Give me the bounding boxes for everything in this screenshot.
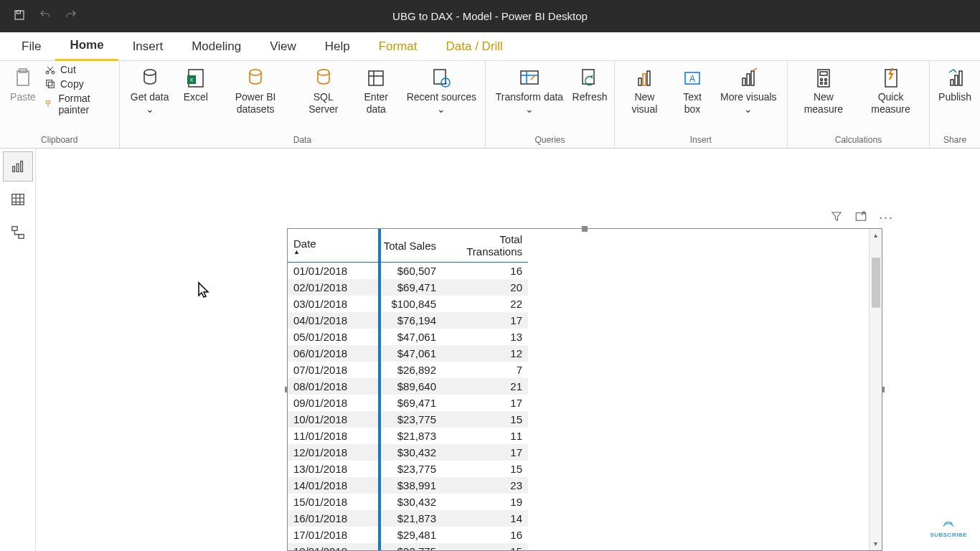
data-view-icon[interactable] [3,184,33,215]
table-row[interactable]: 10/01/2018$23,77515 [288,411,528,428]
menu-format[interactable]: Format [364,32,432,61]
table-row[interactable]: 11/01/2018$21,87311 [288,428,528,444]
table-row[interactable]: 08/01/2018$89,64021 [288,378,528,395]
filter-icon[interactable] [830,210,843,227]
sort-asc-icon: ▲ [293,250,368,254]
more-options-icon[interactable]: ··· [879,210,894,227]
transformdata-button[interactable]: Transform data ⌄ [491,64,567,118]
pbidatasets-button[interactable]: Power BI datasets [217,64,293,118]
table-row[interactable]: 12/01/2018$30,43217 [288,444,528,461]
menu-home[interactable]: Home [55,32,118,61]
svg-rect-24 [743,78,745,85]
svg-rect-35 [955,75,958,85]
svg-rect-17 [521,71,538,84]
svg-rect-28 [820,72,827,75]
table-row[interactable]: 13/01/2018$23,77515 [288,461,528,477]
svg-rect-39 [20,161,22,172]
newmeasure-button[interactable]: New measure [793,64,854,118]
col-trans[interactable]: Total Transations [442,229,528,263]
ribbon-calc-group: New measure Quick measure Calculations [788,61,930,148]
focus-mode-icon[interactable] [854,210,867,227]
group-label-share: Share [936,133,974,148]
textbox-button[interactable]: AText box [673,64,712,118]
scroll-thumb[interactable] [872,258,880,308]
svg-rect-15 [434,70,446,84]
paste-button[interactable]: Paste [6,64,40,106]
data-table: Date▲ Total Sales Total Transations 01/0… [288,229,528,550]
col-date[interactable]: Date▲ [288,229,374,263]
table-row[interactable]: 07/01/2018$26,8927 [288,362,528,378]
app-title: UBG to DAX - Model - Power BI Desktop [392,10,588,22]
enterdata-button[interactable]: Enter data [353,64,399,118]
svg-point-29 [820,79,822,81]
save-icon[interactable] [13,9,26,24]
vertical-scrollbar[interactable]: ▴ ▾ [869,229,882,550]
table-row[interactable]: 18/01/2018$23,77515 [288,543,528,550]
sqlserver-button[interactable]: SQL Server [298,64,349,118]
table-row[interactable]: 15/01/2018$30,43219 [288,494,528,510]
group-label-data: Data [126,133,480,148]
publish-button[interactable]: Publish [936,64,974,106]
svg-point-13 [318,70,329,75]
newvisual-button[interactable]: New visual [621,64,669,118]
svg-rect-38 [17,164,19,171]
undo-icon[interactable] [39,9,52,24]
table-row[interactable]: 05/01/2018$47,06113 [288,329,528,345]
morevisuals-button[interactable]: More visuals ⌄ [716,64,781,118]
svg-point-12 [250,70,261,75]
svg-rect-2 [17,71,29,85]
svg-rect-37 [12,166,14,171]
table-row[interactable]: 06/01/2018$47,06112 [288,345,528,362]
table-row[interactable]: 04/01/2018$76,19417 [288,312,528,329]
table-row[interactable]: 16/01/2018$21,87314 [288,510,528,527]
menu-insert[interactable]: Insert [118,32,178,61]
group-label-insert: Insert [621,133,781,148]
quickmeasure-button[interactable]: Quick measure [858,64,923,118]
view-rail [0,149,36,551]
table-row[interactable]: 03/01/2018$100,84522 [288,296,528,312]
svg-rect-14 [369,71,383,85]
report-canvas[interactable]: ··· Date▲ Total Sales Total Transations … [36,149,980,551]
ribbon-share-group: Publish Share [930,61,980,148]
svg-rect-21 [647,71,650,85]
scroll-down-icon[interactable]: ▾ [870,537,882,550]
svg-point-31 [820,83,822,85]
table-visual[interactable]: Date▲ Total Sales Total Transations 01/0… [287,228,882,551]
refresh-button[interactable]: Refresh [572,64,608,106]
table-row[interactable]: 17/01/2018$29,48116 [288,527,528,543]
model-view-icon[interactable] [3,217,33,248]
report-view-icon[interactable] [3,151,33,182]
menu-modeling[interactable]: Modeling [177,32,255,61]
svg-point-30 [824,79,826,81]
svg-rect-36 [959,71,962,85]
cut-button[interactable]: Cut [44,64,113,75]
table-row[interactable]: 14/01/2018$38,99123 [288,477,528,494]
excel-button[interactable]: XExcel [179,64,213,106]
formatpainter-button[interactable]: Format painter [44,93,113,116]
menu-help[interactable]: Help [311,32,364,61]
redo-icon[interactable] [65,9,77,24]
copy-button[interactable]: Copy [44,78,113,90]
table-row[interactable]: 01/01/2018$60,50716 [288,263,528,280]
recentsources-button[interactable]: Recent sources ⌄ [403,64,479,118]
menu-datadrill[interactable]: Data / Drill [432,32,517,61]
svg-rect-34 [951,80,953,85]
group-label-queries: Queries [491,133,608,148]
svg-point-32 [824,83,826,85]
ribbon-clipboard-group: Paste Cut Copy Format painter Clipboard [0,61,120,148]
svg-rect-26 [751,71,754,85]
group-label-calc: Calculations [793,133,923,148]
ribbon-data-group: Get data ⌄ XExcel Power BI datasets SQL … [120,61,486,148]
menu-file[interactable]: File [7,32,55,61]
svg-text:A: A [689,74,695,84]
col-sales[interactable]: Total Sales [374,229,442,263]
svg-rect-40 [11,194,24,205]
table-row[interactable]: 02/01/2018$69,47120 [288,279,528,296]
scroll-up-icon[interactable]: ▴ [870,229,882,242]
menu-view[interactable]: View [255,32,311,61]
svg-rect-19 [639,78,641,85]
getdata-button[interactable]: Get data ⌄ [126,64,174,118]
table-row[interactable]: 09/01/2018$69,47117 [288,395,528,411]
svg-rect-7 [47,80,52,86]
svg-text:X: X [189,77,194,83]
